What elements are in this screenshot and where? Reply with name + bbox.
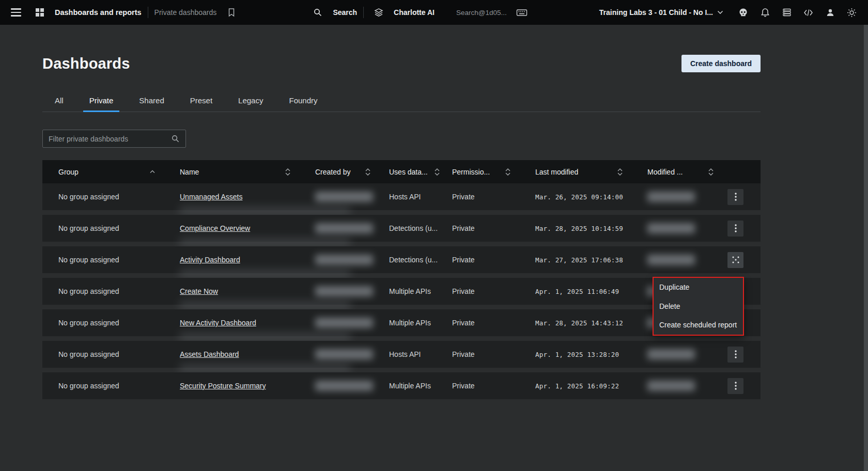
app-title[interactable]: Dashboards and reports <box>55 8 142 17</box>
charlotte-ai-button[interactable] <box>370 4 388 21</box>
menu-item-create-scheduled-report[interactable]: Create scheduled report <box>654 316 743 335</box>
uses-data-cell: Detections (u... <box>389 224 452 232</box>
group-cell: No group assigned <box>42 224 180 232</box>
redaction-smear <box>180 271 350 277</box>
apps-button[interactable] <box>31 4 49 21</box>
dashboard-name-link[interactable]: Activity Dashboard <box>180 256 240 264</box>
redacted-modified-by <box>647 349 695 359</box>
global-search-button[interactable] <box>309 4 327 21</box>
redacted-created-by <box>315 192 373 202</box>
column-header-created-by[interactable]: Created by <box>315 160 389 183</box>
redaction-smear <box>180 208 350 214</box>
table-row: No group assigned Security Posture Summa… <box>42 372 761 399</box>
tenant-selector-label[interactable]: Training Labs 3 - 01 Child - No I... <box>599 8 713 17</box>
group-cell: No group assigned <box>42 382 180 390</box>
scrollbar-thumb[interactable] <box>864 25 868 471</box>
uses-data-cell: Detections (u... <box>389 256 452 264</box>
sort-both-icon <box>708 168 714 176</box>
sort-both-icon <box>505 168 510 176</box>
bookmark-icon <box>227 8 236 17</box>
user-icon <box>826 8 835 17</box>
user-profile-button[interactable] <box>822 4 839 21</box>
group-cell: No group assigned <box>42 350 180 358</box>
redaction-smear <box>180 334 350 340</box>
group-cell: No group assigned <box>42 287 180 295</box>
column-header-name[interactable]: Name <box>180 160 315 183</box>
page-title: Dashboards <box>42 55 130 72</box>
divider <box>363 7 364 18</box>
notifications-button[interactable] <box>756 4 774 21</box>
falcon-skull-icon <box>738 8 748 18</box>
menu-item-delete[interactable]: Delete <box>654 297 743 316</box>
redacted-created-by <box>315 381 373 391</box>
theme-toggle-button[interactable] <box>843 4 861 21</box>
keyboard-shortcut-button[interactable] <box>513 4 531 21</box>
kebab-menu-button[interactable] <box>727 221 743 237</box>
permissions-cell: Private <box>452 193 535 201</box>
permissions-cell: Private <box>452 224 535 232</box>
hamburger-icon <box>9 6 23 18</box>
tab-shared[interactable]: Shared <box>133 93 170 112</box>
topbar: Dashboards and reports Private dashboard… <box>0 0 868 25</box>
host-management-button[interactable] <box>778 4 796 21</box>
dashboard-name-link[interactable]: Unmanaged Assets <box>180 193 242 201</box>
row-context-menu: Duplicate Delete Create scheduled report <box>653 277 744 336</box>
tab-all[interactable]: All <box>49 93 70 112</box>
dashboard-name-link[interactable]: Assets Dashboard <box>180 350 239 358</box>
search-field-hint[interactable]: Search@1d05... <box>456 9 507 17</box>
last-modified-cell: Apr. 1, 2025 16:09:22 <box>535 382 619 390</box>
last-modified-cell: Mar. 26, 2025 09:14:00 <box>535 193 623 201</box>
api-console-button[interactable] <box>800 4 817 21</box>
dashboard-name-link[interactable]: Security Posture Summary <box>180 382 266 390</box>
redacted-modified-by <box>647 223 695 233</box>
tab-foundry[interactable]: Foundry <box>283 93 323 112</box>
charlotte-ai-label[interactable]: Charlotte AI <box>394 8 435 17</box>
create-dashboard-button[interactable]: Create dashboard <box>681 55 761 72</box>
table-header: Group Name Created by Uses data... <box>42 160 761 183</box>
redacted-modified-by <box>647 381 695 391</box>
kebab-menu-button[interactable] <box>727 378 743 394</box>
redacted-created-by <box>315 318 373 328</box>
tab-legacy[interactable]: Legacy <box>232 93 269 112</box>
scrollbar-track[interactable] <box>863 25 868 471</box>
chevron-down-icon[interactable] <box>717 10 723 14</box>
tab-private[interactable]: Private <box>83 93 120 112</box>
group-cell: No group assigned <box>42 319 180 327</box>
breadcrumb: Private dashboards <box>154 8 217 17</box>
apps-icon <box>35 8 44 17</box>
dashboard-name-link[interactable]: Compliance Overview <box>180 224 250 232</box>
group-cell: No group assigned <box>42 256 180 264</box>
uses-data-cell: Hosts API <box>389 193 452 201</box>
filter-box <box>42 130 186 148</box>
search-label[interactable]: Search <box>333 8 357 17</box>
redaction-smear <box>180 302 350 308</box>
kebab-menu-button[interactable] <box>727 347 743 363</box>
keyboard-icon <box>516 8 528 17</box>
redacted-created-by <box>315 255 373 265</box>
redacted-created-by <box>315 286 373 296</box>
permissions-cell: Private <box>452 350 535 358</box>
filter-input[interactable] <box>49 135 171 143</box>
sort-both-icon <box>435 168 440 176</box>
menu-item-duplicate[interactable]: Duplicate <box>654 278 743 297</box>
last-modified-cell: Mar. 28, 2025 14:43:12 <box>535 319 623 327</box>
bookmark-button[interactable] <box>223 4 240 21</box>
tab-preset[interactable]: Preset <box>184 93 219 112</box>
column-header-last-modified[interactable]: Last modified <box>535 160 647 183</box>
kebab-menu-icon <box>735 350 737 358</box>
sort-both-icon <box>285 168 290 176</box>
dashboard-name-link[interactable]: New Activity Dashboard <box>180 319 256 327</box>
kebab-menu-button[interactable] <box>727 189 743 205</box>
column-header-modified-by[interactable]: Modified ... <box>647 160 726 183</box>
column-header-permissions[interactable]: Permissio... <box>452 160 535 183</box>
adversary-button[interactable] <box>735 4 752 21</box>
kebab-menu-focus-icon <box>732 256 740 264</box>
hamburger-menu-button[interactable] <box>7 4 25 21</box>
column-header-uses-data[interactable]: Uses data... <box>389 160 452 183</box>
charlotte-ai-icon <box>374 8 383 17</box>
dashboard-name-link[interactable]: Create Now <box>180 287 218 295</box>
column-header-group[interactable]: Group <box>42 160 180 183</box>
last-modified-cell: Apr. 1, 2025 11:06:49 <box>535 288 619 295</box>
permissions-cell: Private <box>452 287 535 295</box>
kebab-menu-button-active[interactable] <box>727 252 743 268</box>
